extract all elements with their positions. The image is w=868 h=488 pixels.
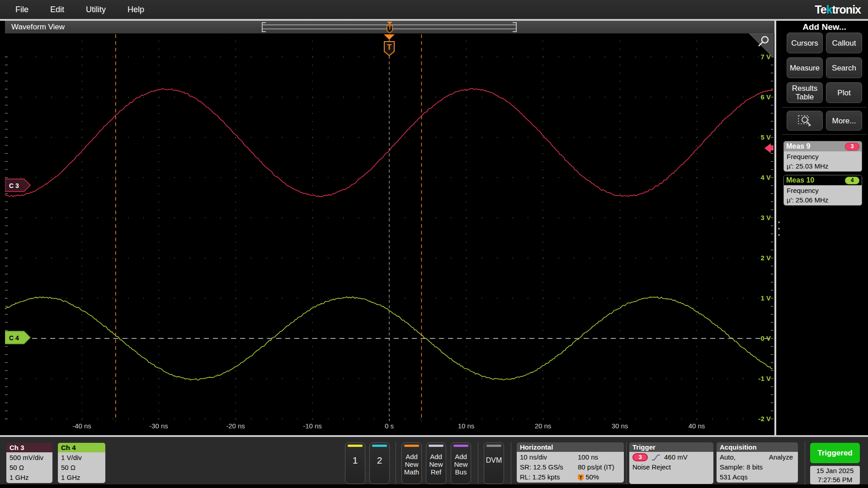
oscilloscope-app: File Edit Utility Help Tektronix Wavefor… — [0, 0, 868, 488]
ch3-scale: 500 mV/div — [9, 453, 49, 463]
channel-1-button[interactable]: 1 — [345, 442, 365, 484]
bar-divider — [511, 442, 511, 484]
panel-drag-handle[interactable] — [777, 221, 781, 236]
trigger-level-arrow[interactable] — [764, 143, 774, 153]
add-new-ref-button[interactable]: Add New Ref — [426, 442, 446, 484]
search-button[interactable]: Search — [826, 57, 862, 78]
dvm-color-strip — [486, 445, 501, 447]
ch4-marker-label: C 4 — [9, 334, 19, 342]
horizontal-record-length: RL: 1.25 kpts — [520, 472, 578, 482]
channel-marker-ch3[interactable]: C 3 — [5, 179, 30, 192]
waveform-view-title: Waveform View — [11, 23, 65, 32]
meas10-badge[interactable]: Meas 10 4 Frequency µ': 25.06 MHz — [783, 175, 862, 206]
meas9-type: Frequency — [787, 152, 859, 161]
overview-left-bracket — [262, 23, 266, 32]
callout-button[interactable]: Callout — [826, 33, 862, 53]
y-label-4v: 4 V — [760, 174, 771, 181]
meas10-source-badge: 4 — [845, 177, 859, 184]
acquisition-title: Acquisition — [717, 442, 798, 452]
math-color-strip — [404, 445, 419, 447]
dvm-button[interactable]: DVM — [484, 442, 504, 484]
acquisition-sample: Sample: 8 bits — [720, 462, 795, 472]
horizontal-badge[interactable]: Horizontal 10 ns/div 100 ns SR: 12.5 GS/… — [517, 442, 624, 483]
horizontal-title: Horizontal — [517, 442, 624, 452]
menu-file[interactable]: File — [15, 5, 28, 14]
trigger-source-badge: 3 — [632, 453, 648, 461]
ch3-marker-label: C 3 — [9, 182, 19, 189]
acquisition-mode: Auto, — [720, 452, 736, 462]
record-view-overview[interactable]: T — [261, 21, 523, 33]
date-text: 15 Jan 2025 — [810, 466, 860, 475]
bar-divider — [805, 441, 805, 485]
channel-marker-ch4[interactable]: C 4 — [5, 331, 30, 344]
waveform-plot-area[interactable]: T C 3 C 4 7 V 6 V 5 V 4 V 3 V 2 V 1 V 0 … — [5, 33, 776, 435]
results-table-button[interactable]: Results Table — [787, 82, 823, 103]
ch3-badge[interactable]: Ch 3 500 mV/div 50 Ω 1 GHz — [6, 443, 52, 483]
meas9-badge[interactable]: Meas 9 3 Frequency µ': 25.03 MHz — [783, 141, 862, 172]
measure-button[interactable]: Measure — [787, 57, 823, 78]
add-bus-label: Add New Bus — [451, 453, 471, 476]
ch4-badge[interactable]: Ch 4 1 V/div 50 Ω 1 GHz — [58, 443, 105, 483]
zoom-select-icon — [797, 114, 813, 127]
meas10-type: Frequency — [787, 186, 859, 195]
dvm-label: DVM — [484, 456, 504, 464]
overview-trigger-letter: T — [388, 26, 391, 31]
zoom-select-button[interactable] — [787, 111, 823, 131]
trigger-title: Trigger — [629, 442, 713, 452]
ch2-button-label: 2 — [370, 456, 389, 464]
y-label-2v: 2 V — [760, 254, 771, 262]
horizontal-scale: 10 ns/div — [520, 452, 578, 462]
datetime-display: 15 Jan 2025 7:27:56 PM — [810, 466, 860, 484]
cursors-button[interactable]: Cursors — [787, 33, 823, 53]
right-panel: Add New... Cursors Callout Measure Searc… — [781, 21, 868, 435]
trigger-arrow-icon — [384, 34, 395, 40]
acquisition-badge[interactable]: Acquisition Auto, Analyze Sample: 8 bits… — [717, 442, 798, 483]
x-label-30: 30 ns — [612, 422, 628, 430]
trigger-level: 460 mV — [664, 452, 688, 462]
trigger-position-flag[interactable]: T — [384, 34, 395, 56]
horizontal-window: 100 ns — [578, 452, 621, 462]
add-new-math-button[interactable]: Add New Math — [401, 442, 422, 484]
overview-trigger-arrow-icon[interactable] — [387, 22, 392, 24]
bar-divider — [478, 442, 478, 484]
add-new-title: Add New... — [781, 22, 868, 32]
window-right-border — [774, 21, 776, 435]
ch3-bandwidth: 1 GHz — [9, 473, 49, 483]
y-label-5v: 5 V — [760, 133, 771, 141]
logo-post: tronix — [832, 3, 861, 16]
bottom-edge — [0, 484, 868, 488]
triggered-status: Triggered — [810, 443, 860, 463]
overview-right-bracket — [513, 23, 516, 32]
y-label-1v: 1 V — [760, 294, 771, 302]
ch4-impedance: 50 Ω — [61, 463, 102, 473]
meas9-name: Meas 9 — [786, 142, 810, 150]
menu-help[interactable]: Help — [127, 5, 144, 14]
tektronix-logo: Tektronix — [815, 3, 861, 16]
x-label-40: 40 ns — [689, 422, 705, 430]
x-label-0: 0 s — [385, 422, 394, 430]
meas10-value: µ': 25.06 MHz — [787, 195, 859, 205]
rising-edge-icon — [651, 454, 660, 461]
trigger-flag-letter: T — [387, 43, 392, 52]
menu-utility[interactable]: Utility — [86, 5, 106, 14]
more-button[interactable]: More... — [826, 111, 862, 131]
ch4-scale: 1 V/div — [61, 453, 102, 463]
ref-color-strip — [429, 445, 443, 447]
menu-edit[interactable]: Edit — [50, 5, 64, 14]
logo-k: k — [826, 3, 832, 16]
y-label-7v: 7 V — [760, 53, 771, 61]
meas9-value: µ': 25.03 MHz — [787, 161, 859, 171]
waveform-ch3 — [5, 89, 773, 197]
add-new-bus-button[interactable]: Add New Bus — [451, 442, 471, 484]
y-label-n1v: -1 V — [758, 375, 771, 382]
acquisition-analyze: Analyze — [769, 452, 793, 462]
meas9-source-badge: 3 — [845, 143, 859, 150]
bar-divider — [626, 442, 627, 484]
x-label-n30: -30 ns — [149, 422, 168, 430]
add-math-label: Add New Math — [402, 453, 421, 476]
trigger-badge[interactable]: Trigger 3 460 mV Noise Reject — [629, 442, 713, 484]
panel-separator — [782, 107, 867, 108]
plot-button[interactable]: Plot — [826, 82, 862, 103]
time-text: 7:27:56 PM — [810, 475, 860, 484]
channel-2-button[interactable]: 2 — [369, 442, 390, 484]
